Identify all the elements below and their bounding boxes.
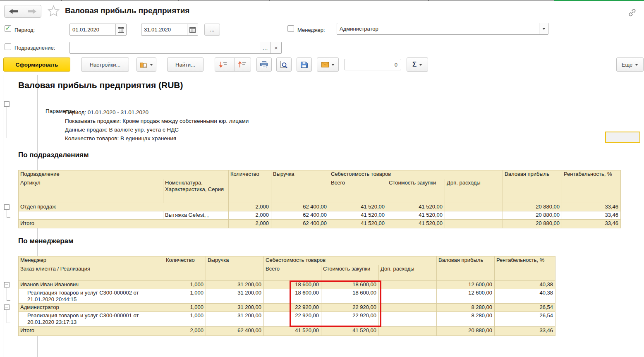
period-from-value[interactable]: 01.01.2020 [70, 24, 115, 35]
manager-combobox[interactable]: Администратор [337, 23, 548, 35]
cell-purchase[interactable]: 22 920,00 [321, 312, 379, 327]
period-more-button[interactable]: ... [204, 24, 220, 36]
cell-gross[interactable]: 20 880,00 [503, 220, 562, 228]
cell-extra[interactable] [379, 312, 437, 327]
cell-extra[interactable] [379, 289, 437, 304]
cell-purchase[interactable]: 41 520,00 [387, 211, 445, 220]
cell-revenue[interactable]: 31 200,00 [206, 289, 264, 304]
cell-nomenclature[interactable]: Вытяжка Gefest, , [163, 211, 229, 220]
header-quantity[interactable]: Количество [229, 170, 271, 203]
cell-gross[interactable]: 8 280,00 [437, 312, 495, 327]
more-button[interactable]: Еще [616, 58, 644, 72]
cell-revenue[interactable]: 62 400,00 [206, 327, 264, 336]
header-cost-total[interactable]: Всего [329, 179, 387, 203]
manager-dropdown-button[interactable] [539, 23, 548, 34]
cell-margin[interactable]: 33,46 [562, 211, 621, 220]
cell-quantity[interactable]: 2,000 [229, 203, 271, 211]
header-article[interactable]: Артикул [19, 179, 163, 203]
save-button[interactable] [297, 58, 312, 72]
header-gross[interactable]: Валовая прибыль [437, 256, 495, 281]
cell-quantity[interactable]: 1,000 [164, 281, 206, 289]
header-order[interactable]: Заказ клиента / Реализация [19, 265, 164, 281]
period-to-calendar-button[interactable] [187, 24, 198, 35]
cell-purchase[interactable]: 41 520,00 [321, 327, 379, 336]
cell-cost-total[interactable]: 41 520,00 [329, 220, 387, 228]
header-department[interactable]: Подразделение [19, 170, 229, 179]
cell-revenue[interactable]: 62 400,00 [271, 203, 329, 211]
header-margin[interactable]: Рентабельность, % [495, 256, 555, 281]
cell-cost-total[interactable]: 18 600,00 [264, 289, 321, 304]
cell-gross[interactable]: 12 600,00 [437, 281, 495, 289]
manager-checkbox[interactable] [287, 25, 294, 32]
header-revenue[interactable]: Выручка [206, 256, 264, 281]
cell-manager[interactable]: Иванов Иван Иванович [19, 281, 164, 289]
cell-total-label[interactable]: Итого [19, 327, 164, 336]
header-manager[interactable]: Менеджер [19, 256, 164, 265]
cell-document[interactable]: Реализация товаров и услуг С300-000002 о… [19, 289, 164, 304]
collapse-toggle-department[interactable] [4, 204, 10, 210]
forward-button[interactable] [23, 5, 41, 17]
cell-gross[interactable]: 20 880,00 [503, 203, 562, 211]
cell-cost-total[interactable]: 41 520,00 [329, 211, 387, 220]
cell-quantity[interactable]: 2,000 [229, 211, 271, 220]
period-from-calendar-button[interactable] [115, 24, 126, 35]
cell-cost-total[interactable]: 22 920,00 [264, 304, 321, 312]
cell-margin[interactable]: 26,54 [495, 304, 555, 312]
cell-article[interactable] [19, 211, 163, 220]
settings-button[interactable]: Настройки... [81, 58, 129, 72]
cell-cost-total[interactable]: 18 600,00 [264, 281, 321, 289]
find-button[interactable]: Найти... [167, 58, 203, 72]
cell-extra[interactable] [445, 220, 503, 228]
back-button[interactable] [5, 5, 23, 17]
period-to-field[interactable]: 31.01.2020 [141, 24, 198, 36]
cell-margin[interactable]: 26,54 [495, 312, 555, 327]
period-checkbox[interactable]: ✓ [5, 25, 11, 32]
department-select-button[interactable]: ... [260, 42, 271, 53]
header-purchase[interactable]: Стоимость закупки [321, 265, 379, 281]
cell-total-label[interactable]: Итого [19, 220, 229, 228]
collapse-toggle-manager1[interactable] [4, 282, 10, 288]
cell-margin[interactable]: 33,46 [562, 203, 621, 211]
cell-cost-total[interactable]: 22 920,00 [264, 312, 321, 327]
autosum-button[interactable]: Σ [407, 58, 428, 72]
cell-quantity[interactable]: 2,000 [229, 220, 271, 228]
cell-cost-total[interactable]: 41 520,00 [264, 327, 321, 336]
cell-cost-total[interactable]: 41 520,00 [329, 203, 387, 211]
header-cost[interactable]: Себестоимость товаров [264, 256, 437, 265]
cell-revenue[interactable]: 31 200,00 [206, 312, 264, 327]
header-revenue[interactable]: Выручка [271, 170, 329, 203]
favorite-star-button[interactable] [48, 5, 60, 19]
cell-purchase[interactable]: 41 520,00 [387, 203, 445, 211]
department-clear-button[interactable]: × [271, 42, 281, 53]
header-cost-total[interactable]: Всего [264, 265, 321, 281]
cell-gross[interactable]: 20 880,00 [503, 211, 562, 220]
header-margin[interactable]: Рентабельность, % [562, 170, 621, 203]
cell-gross[interactable]: 12 600,00 [437, 289, 495, 304]
cell-gross[interactable]: 8 280,00 [437, 304, 495, 312]
cell-quantity[interactable]: 2,000 [164, 327, 206, 336]
cell-document[interactable]: Реализация товаров и услуг С300-000001 о… [19, 312, 164, 327]
collapse-toggle-header[interactable] [4, 101, 10, 107]
header-cost[interactable]: Себестоимость товаров [329, 170, 503, 179]
cell-extra[interactable] [445, 203, 503, 211]
selected-cell[interactable] [605, 132, 640, 143]
cell-revenue[interactable]: 31 200,00 [206, 304, 264, 312]
header-nomenclature[interactable]: Номенклатура, Характеристика, Серия [163, 179, 229, 203]
cell-manager[interactable]: Администратор [19, 304, 164, 312]
header-purchase[interactable]: Стоимость закупки [387, 179, 445, 203]
cell-extra[interactable] [379, 281, 437, 289]
collapse-groups-button[interactable] [234, 58, 251, 71]
cell-gross[interactable]: 20 880,00 [437, 327, 495, 336]
autosum-field[interactable]: 0 [345, 59, 401, 70]
cell-extra[interactable] [445, 211, 503, 220]
collapse-toggle-manager2[interactable] [4, 304, 10, 310]
cell-group-name[interactable]: Отдел продаж [19, 203, 229, 211]
cell-purchase[interactable]: 41 520,00 [387, 220, 445, 228]
cell-quantity[interactable]: 1,000 [164, 304, 206, 312]
cell-margin[interactable]: 40,38 [495, 289, 555, 304]
cell-quantity[interactable]: 1,000 [164, 312, 206, 327]
cell-quantity[interactable]: 1,000 [164, 289, 206, 304]
print-button[interactable] [256, 58, 272, 72]
department-checkbox[interactable] [5, 43, 11, 50]
cell-purchase[interactable]: 18 600,00 [321, 281, 379, 289]
